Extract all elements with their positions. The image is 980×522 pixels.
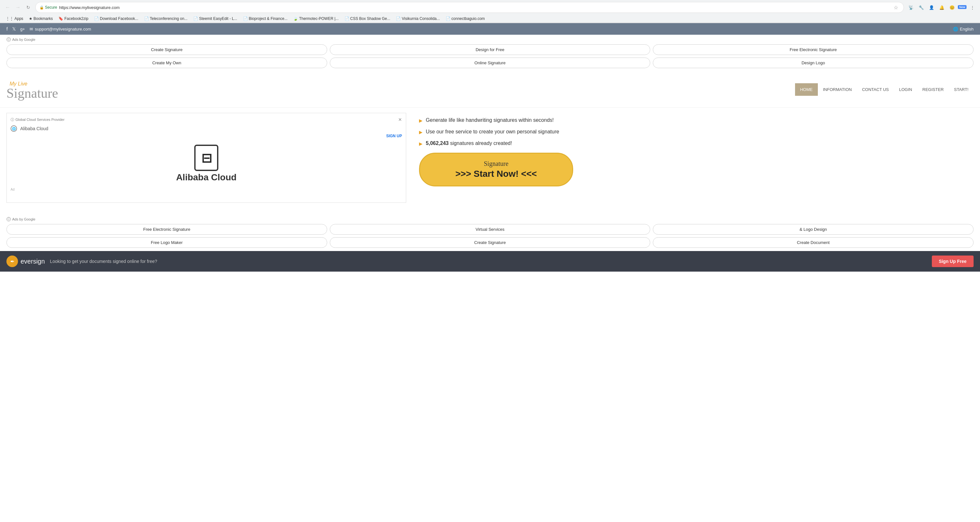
bookmarks-bar: ⋮⋮ Apps ★ Bookmarks 🔖 Facebook2zip 📄 Dow… (0, 15, 980, 23)
back-button[interactable]: ← (3, 3, 12, 12)
bottom-ads-by-google-label: Ads by Google (12, 217, 35, 221)
bookmark-facebook2zip[interactable]: 🔖 Facebook2zip (56, 16, 91, 22)
apps-label: Apps (14, 16, 23, 21)
ads-info-icon[interactable]: ⓘ (6, 37, 11, 42)
bookmark-steemit-label: Steemit EasyEdit - L... (199, 16, 237, 21)
notification-button[interactable]: 🔔 (937, 3, 946, 12)
bookmark-icon-bio: 📄 (243, 16, 248, 21)
hero-text-1: Generate life like handwriting signature… (426, 117, 554, 123)
forward-button[interactable]: → (13, 3, 22, 12)
ad-btn-free-electronic-signature-top[interactable]: Free Electronic Signature (653, 45, 974, 55)
bookmark-teleconf-label: Teleconferencing on... (150, 16, 188, 21)
ad-btn-create-signature-bottom[interactable]: Create Signature (330, 237, 651, 248)
eversign-signup-button[interactable]: Sign Up Free (932, 255, 974, 267)
bookmark-teleconferencing[interactable]: 📄 Teleconferencing on... (142, 16, 190, 22)
menu-button[interactable]: ⋮ (968, 3, 977, 12)
nav-buttons: ← → ↻ (3, 3, 33, 12)
bookmark-thermo-label: Thermotec-POWER |... (299, 16, 339, 21)
bookmark-icon-thermo: 🍃 (293, 16, 298, 21)
bottom-ads-bar: ⓘ Ads by Google (0, 214, 980, 223)
bookmark-star-button[interactable]: ☆ (892, 3, 900, 11)
extensions-button[interactable]: 🔧 (917, 3, 926, 12)
language-selector[interactable]: 🌐 English (953, 27, 974, 32)
twitter-link[interactable]: 𝕏 (12, 26, 16, 32)
nav-information[interactable]: INFORMATION (818, 83, 857, 96)
bookmark-bioproject[interactable]: 📄 Bioproject & Finance... (240, 16, 290, 22)
ad-sign-up-link[interactable]: SIGN UP (11, 134, 402, 138)
ad-btn-logo-design[interactable]: & Logo Design (653, 224, 974, 235)
email-link[interactable]: ✉ support@mylivesignature.com (30, 27, 91, 32)
google-plus-link[interactable]: g+ (20, 27, 25, 32)
hero-point-1: ▶ Generate life like handwriting signatu… (419, 117, 974, 123)
alibaba-globe-icon: 🌐 (11, 125, 17, 132)
bookmark-css-label: CSS Box Shadow Ge... (350, 16, 390, 21)
ad-panel: ⓘ Global Cloud Services Provider ✕ 🌐 Ali… (6, 113, 406, 203)
reload-button[interactable]: ↻ (24, 3, 33, 12)
bookmark-connectbaguio[interactable]: 📄 connectbaguio.com (443, 16, 487, 22)
bookmark-vis-label: Visikurnia Consolida... (402, 16, 440, 21)
ad-btn-create-signature[interactable]: Create Signature (6, 45, 327, 55)
ad-btn-design-logo[interactable]: Design Logo (653, 57, 974, 68)
hero-text-2: Use our free service to create your own … (426, 129, 559, 135)
hero-point-3: ▶ 5,062,243 signatures already created! (419, 140, 974, 146)
avatar-button[interactable]: 😊 (948, 3, 956, 12)
secure-label: Secure (45, 5, 57, 10)
bookmark-icon-steemit: 📄 (193, 16, 198, 21)
eversign-name: eversign (21, 258, 45, 265)
site-logo[interactable]: My Live Signature (6, 75, 58, 104)
address-bar[interactable]: 🔒 Secure https://www.mylivesignature.com… (35, 2, 904, 13)
ad-info-row: ⓘ Global Cloud Services Provider (11, 117, 65, 122)
browser-chrome: ← → ↻ 🔒 Secure https://www.mylivesignatu… (0, 0, 980, 23)
ad-info-icon: ⓘ (11, 117, 14, 122)
profile-button[interactable]: 👤 (927, 3, 936, 12)
ad-btn-create-document[interactable]: Create Document (653, 237, 974, 248)
ad-btn-free-electronic-signature-bottom[interactable]: Free Electronic Signature (6, 224, 327, 235)
ad-btn-free-logo-maker[interactable]: Free Logo Maker (6, 237, 327, 248)
apps-icon: ⋮⋮ (6, 16, 13, 21)
logo-signature: Signature (6, 86, 58, 101)
bottom-ads-info-icon[interactable]: ⓘ (6, 217, 11, 222)
nav-register[interactable]: REGISTER (917, 83, 949, 96)
right-section: ▶ Generate life like handwriting signatu… (413, 108, 974, 208)
nav-start[interactable]: START! (949, 83, 974, 96)
bookmark-fb2zip-label: Facebook2zip (64, 16, 88, 21)
bottom-ad-buttons-grid: Free Electronic Signature Virtual Servic… (0, 223, 980, 251)
bookmark-dl-fb-label: Download Facebook... (100, 16, 138, 21)
apps-bookmark[interactable]: ⋮⋮ Apps (3, 16, 26, 22)
top-ad-buttons-grid: Create Signature Design for Free Free El… (0, 43, 980, 71)
nav-login[interactable]: LOGIN (894, 83, 917, 96)
ad-btn-create-my-own[interactable]: Create My Own (6, 57, 327, 68)
bookmark-icon-teleconf: 📄 (144, 16, 149, 21)
bookmark-thermotec[interactable]: 🍃 Thermotec-POWER |... (291, 16, 341, 22)
ad-close-button[interactable]: ✕ (398, 117, 402, 122)
bookmark-download-facebook[interactable]: 📄 Download Facebook... (92, 16, 141, 22)
new-badge: New (958, 5, 967, 9)
nav-home[interactable]: HOME (795, 83, 818, 96)
top-ads-bar: ⓘ Ads by Google (0, 35, 980, 43)
star-icon: ★ (29, 16, 32, 21)
bookmark-css-box[interactable]: 📄 CSS Box Shadow Ge... (342, 16, 393, 22)
ad-btn-design-for-free[interactable]: Design for Free (330, 45, 651, 55)
play-arrow-icon-3: ▶ (419, 141, 423, 146)
alibaba-bracket-symbol: ⊟ (202, 148, 210, 167)
email-icon: ✉ (30, 27, 33, 32)
ad-btn-virtual-services[interactable]: Virtual Services (330, 224, 651, 235)
nav-contact-us[interactable]: CONTACT US (857, 83, 894, 96)
cast-button[interactable]: 📡 (907, 3, 915, 12)
main-nav: HOME INFORMATION CONTACT US LOGIN REGIST… (795, 83, 974, 96)
ad-btn-online-signature[interactable]: Online Signature (330, 57, 651, 68)
play-arrow-icon-2: ▶ (419, 129, 423, 135)
start-now-button[interactable]: Signature >>> Start Now! <<< (419, 153, 573, 187)
eversign-text: Looking to get your documents signed onl… (50, 259, 927, 264)
facebook-link[interactable]: f (6, 26, 8, 32)
bookmark-steemit[interactable]: 📄 Steemit EasyEdit - L... (191, 16, 240, 22)
bookmark-connect-label: connectbaguio.com (452, 16, 485, 21)
bookmark-bookmarks[interactable]: ★ Bookmarks (26, 16, 55, 22)
left-section: ⓘ Global Cloud Services Provider ✕ 🌐 Ali… (6, 108, 413, 208)
main-content: ⓘ Global Cloud Services Provider ✕ 🌐 Ali… (0, 108, 980, 208)
bookmark-visikurnia[interactable]: 📄 Visikurnia Consolida... (393, 16, 442, 22)
alibaba-bracket-logo: ⊟ (194, 145, 218, 171)
ad-panel-header: ⓘ Global Cloud Services Provider ✕ (11, 117, 402, 122)
language-label: English (960, 27, 974, 32)
bookmark-icon-fb2zip: 🔖 (59, 16, 63, 21)
